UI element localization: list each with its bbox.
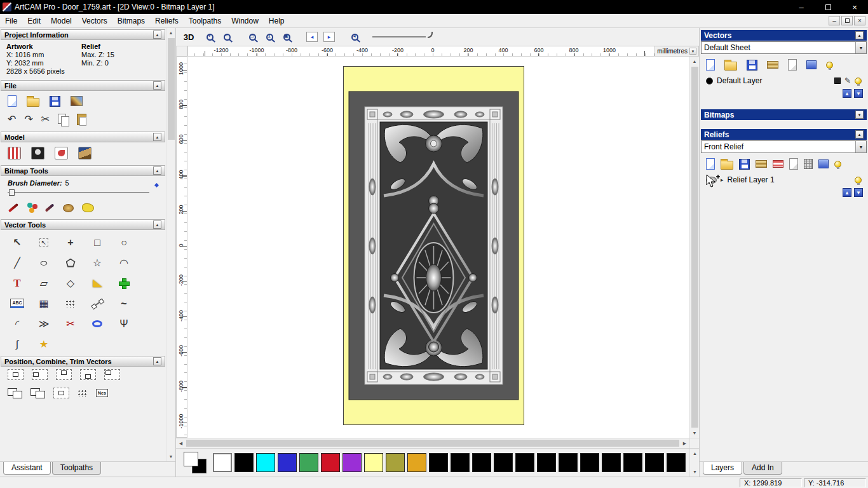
tab-add-in[interactable]: Add In — [743, 462, 782, 475]
mdi-restore-button[interactable] — [841, 16, 853, 25]
menu-toolpaths[interactable]: Toolpaths — [184, 15, 226, 27]
scroll-down-button[interactable]: ▼ — [690, 428, 700, 438]
transfer-relief-icon[interactable] — [773, 160, 783, 168]
transform-vectors-tool[interactable]: ↖ — [32, 233, 56, 252]
envelope-distort-tool[interactable]: ▱ — [32, 274, 56, 292]
move-relief-up-button[interactable]: ▲ — [843, 188, 851, 197]
star-tool[interactable]: ☆ — [85, 254, 109, 272]
palette-swatch[interactable] — [213, 453, 232, 472]
brush-diameter-slider[interactable] — [8, 189, 149, 196]
nest-vectors-icon[interactable]: Nes — [96, 389, 108, 397]
collapse-file-button[interactable]: ▲ — [153, 81, 161, 90]
collapse-vectors-button[interactable]: ▲ — [855, 31, 864, 39]
scrollbar-thumb[interactable] — [168, 38, 175, 140]
zoom-1to1-button[interactable]: 1 — [262, 30, 277, 44]
line-width-control[interactable] — [372, 36, 426, 37]
offset-vectors-tool[interactable]: ≫ — [32, 315, 56, 333]
ruler-units-selector[interactable]: millimetres ▼ — [654, 46, 699, 57]
palette-swatch[interactable] — [429, 453, 448, 472]
text-block-tool[interactable]: ABC — [5, 294, 29, 313]
collapse-reliefs-button[interactable]: ▲ — [855, 130, 864, 139]
create-diamond-tool[interactable]: ◇ — [58, 274, 83, 292]
tab-assistant[interactable]: Assistant — [3, 462, 51, 475]
copy-icon[interactable] — [58, 114, 69, 125]
assistant-scrollbar[interactable]: ▲ ▼ — [166, 28, 175, 461]
palette-swatch[interactable] — [472, 453, 491, 472]
set-model-size-icon[interactable] — [8, 147, 21, 159]
snap-right-button[interactable]: ▸ — [322, 30, 337, 44]
undo-icon[interactable]: ↶ — [8, 114, 16, 125]
model-notes-icon[interactable] — [55, 147, 68, 159]
restore-button[interactable] — [815, 0, 841, 14]
create-star-tool[interactable]: ★ — [32, 335, 56, 353]
scroll-up-button[interactable]: ▲ — [690, 449, 700, 458]
snap-left-button[interactable]: ◂ — [304, 30, 320, 44]
palette-swatch[interactable] — [364, 453, 383, 472]
mdi-minimize-button[interactable]: – — [829, 16, 840, 25]
block-copy-icon[interactable] — [53, 388, 69, 398]
menu-bitmaps[interactable]: Bitmaps — [112, 15, 150, 27]
tab-toolpaths[interactable]: Toolpaths — [52, 462, 101, 475]
save-vector-layer-icon[interactable] — [747, 60, 757, 71]
palette-swatch[interactable] — [623, 453, 642, 472]
rectangle-tool[interactable]: □ — [85, 233, 109, 252]
canvas-vertical-scrollbar[interactable]: ▲ ▼ — [689, 57, 699, 438]
palette-swatch[interactable] — [559, 453, 578, 472]
expand-bitmaps-button[interactable]: ▼ — [855, 111, 864, 119]
merge-layers-icon[interactable] — [806, 60, 817, 69]
measure-tool[interactable]: Ψ — [112, 315, 136, 333]
menu-model[interactable]: Model — [46, 15, 77, 27]
redo-icon[interactable]: ↷ — [24, 114, 32, 125]
menu-file[interactable]: File — [0, 15, 22, 27]
extrude-tool[interactable] — [85, 315, 109, 333]
save-relief-icon[interactable] — [739, 159, 750, 170]
paint-brush-icon[interactable] — [8, 203, 18, 213]
collapse-project-information-button[interactable]: ▲ — [153, 30, 161, 39]
toggle-all-visibility-icon[interactable] — [826, 62, 833, 69]
menu-window[interactable]: Window — [226, 15, 264, 27]
new-sheet-icon[interactable] — [788, 59, 797, 71]
save-model-icon[interactable] — [50, 96, 60, 107]
zoom-previous-button[interactable]: ◂ — [347, 30, 362, 44]
relief-layer-row[interactable]: ▸ Relief Layer 1 — [700, 173, 868, 187]
color-indicator[interactable] — [184, 452, 207, 473]
palette-swatch[interactable] — [299, 453, 318, 472]
zoom-in-button[interactable]: + — [202, 30, 217, 44]
relief-layer-visibility-icon[interactable] — [855, 177, 862, 184]
palette-swatch[interactable] — [407, 453, 426, 472]
scroll-up-button[interactable]: ▲ — [690, 57, 700, 66]
dropdown-arrow-icon[interactable]: ▼ — [855, 141, 866, 152]
expander-icon[interactable]: ▸ — [721, 177, 724, 183]
view-3d-button[interactable]: 3D — [181, 30, 196, 44]
palette-swatch[interactable] — [451, 453, 470, 472]
fit-curve-tool[interactable]: ~ — [112, 294, 136, 313]
menu-vectors[interactable]: Vectors — [77, 15, 112, 27]
palette-swatch[interactable] — [645, 453, 664, 472]
ellipse-tool[interactable]: ○ — [32, 254, 56, 272]
scroll-down-button[interactable]: ▼ — [690, 467, 700, 477]
menu-edit[interactable]: Edit — [22, 15, 46, 27]
subtract-vectors-icon[interactable] — [31, 388, 45, 398]
relief-selector[interactable]: Front Relief ▼ — [701, 140, 867, 153]
polygon-tool[interactable] — [58, 254, 83, 272]
sheet-selector[interactable]: Default Sheet ▼ — [701, 41, 867, 54]
new-relief-layer-icon[interactable] — [706, 158, 715, 170]
calculate-relief-icon[interactable] — [804, 159, 813, 169]
collapse-position-tools-button[interactable]: ▲ — [153, 357, 161, 365]
paste-along-curve-tool[interactable] — [58, 294, 83, 313]
node-editing-tool[interactable] — [85, 294, 109, 313]
units-dropdown-icon[interactable]: ▼ — [689, 48, 696, 55]
palette-swatch[interactable] — [580, 453, 599, 472]
import-relief-icon[interactable] — [756, 160, 767, 168]
align-bottom-icon[interactable] — [80, 369, 96, 380]
relief-layer-name[interactable]: Relief Layer 1 — [728, 175, 775, 184]
circle-tool[interactable]: ○ — [112, 233, 136, 252]
palette-swatch[interactable] — [515, 453, 534, 472]
palette-swatch[interactable] — [342, 453, 362, 472]
close-button[interactable]: × — [841, 0, 868, 14]
slider-handle[interactable] — [9, 189, 15, 196]
scroll-right-button[interactable]: ▶ — [680, 438, 689, 448]
primary-color-swatch[interactable] — [184, 452, 198, 466]
flood-fill-icon[interactable] — [82, 203, 94, 212]
trim-vectors-tool[interactable]: ✂ — [58, 315, 83, 333]
